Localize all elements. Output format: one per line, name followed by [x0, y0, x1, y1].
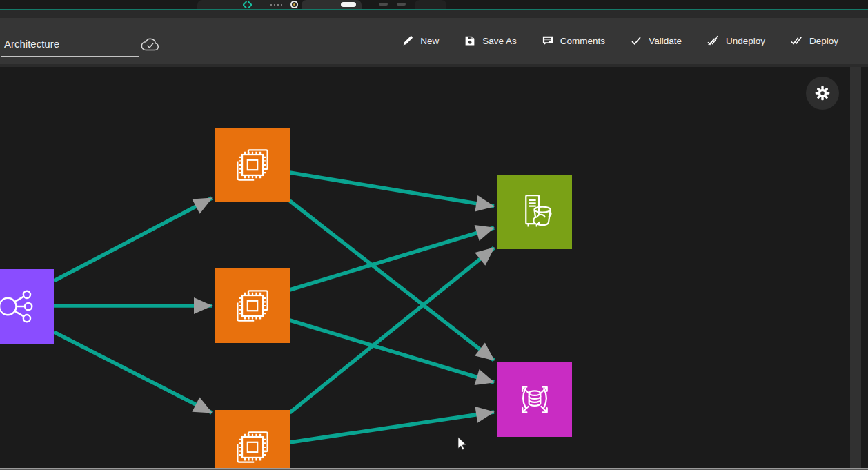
save-as-button[interactable]: Save As — [464, 35, 517, 47]
compute-chip-icon — [231, 284, 274, 327]
browser-tab-fragment[interactable] — [415, 0, 446, 9]
diagram-title-input[interactable] — [1, 35, 139, 57]
pencil-icon — [402, 35, 414, 47]
vertical-scrollbar[interactable] — [850, 67, 861, 468]
undeploy-button[interactable]: Undeploy — [707, 35, 765, 47]
edge-compute-3-to-database[interactable] — [290, 412, 494, 442]
toolbar-actions: New Save As Comments Validate — [402, 29, 838, 52]
new-button-label: New — [420, 36, 439, 46]
check-icon — [630, 35, 642, 47]
node-database[interactable] — [497, 362, 572, 437]
edge-compute-1-to-storage[interactable] — [290, 173, 494, 206]
database-scaling-icon — [513, 378, 556, 421]
storage-bucket-icon — [513, 190, 556, 233]
double-check-icon — [790, 35, 803, 47]
new-button[interactable]: New — [402, 35, 439, 47]
validate-button[interactable]: Validate — [630, 35, 682, 47]
globe-icon — [290, 1, 298, 8]
pill-indicator — [341, 2, 356, 7]
node-load-balancer[interactable] — [0, 269, 54, 344]
edge-load-balancer-to-compute-3[interactable] — [54, 332, 212, 413]
save-as-button-label: Save As — [482, 36, 517, 46]
app-logo-icon — [243, 1, 252, 8]
diagram-edges — [0, 67, 850, 470]
comments-icon — [542, 35, 554, 47]
diagram-canvas[interactable] — [0, 67, 850, 470]
tab-text-fragment — [379, 3, 388, 6]
save-icon — [464, 35, 476, 47]
node-storage[interactable] — [497, 175, 572, 249]
cloud-check-icon — [140, 36, 161, 54]
gear-icon — [814, 85, 831, 101]
window-tab-strip — [0, 0, 868, 9]
compute-chip-icon — [231, 426, 274, 469]
deploy-button-label: Deploy — [809, 36, 838, 46]
canvas-settings-button[interactable] — [806, 77, 839, 110]
node-compute-instance[interactable] — [215, 410, 290, 470]
tab-text-fragment — [270, 4, 272, 6]
node-compute-instance[interactable] — [215, 268, 290, 343]
edge-load-balancer-to-compute-1[interactable] — [54, 198, 212, 281]
tab-text-fragment — [397, 3, 406, 6]
deploy-button[interactable]: Deploy — [790, 35, 838, 47]
validate-button-label: Validate — [649, 36, 682, 46]
comments-button-label: Comments — [560, 36, 605, 46]
undeploy-button-label: Undeploy — [726, 36, 765, 46]
compute-chip-icon — [231, 144, 274, 186]
header-band — [0, 10, 868, 18]
comments-button[interactable]: Comments — [542, 35, 605, 47]
load-balancer-icon — [0, 285, 38, 328]
node-compute-instance[interactable] — [215, 128, 290, 202]
crossed-double-check-icon — [707, 35, 720, 47]
